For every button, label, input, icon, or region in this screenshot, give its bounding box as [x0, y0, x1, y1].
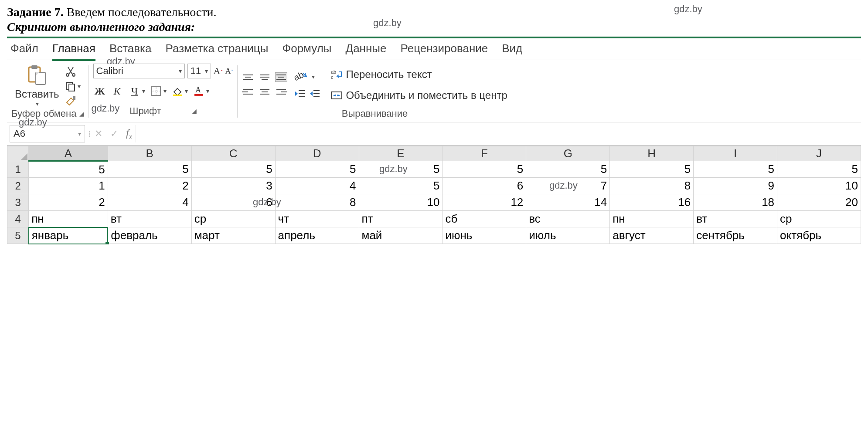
cell[interactable]: 18 — [694, 194, 777, 211]
cell[interactable]: 16 — [610, 194, 694, 211]
format-painter-icon[interactable] — [65, 95, 77, 107]
paste-button[interactable]: Вставить ▾ — [15, 64, 62, 107]
col-header[interactable]: A — [29, 146, 108, 161]
merge-center-button[interactable]: Объединить и поместить в центр — [331, 89, 507, 102]
cell[interactable]: июнь — [443, 227, 526, 244]
cell[interactable]: 20 — [777, 194, 861, 211]
cell[interactable]: 5 — [777, 161, 861, 178]
tab-layout[interactable]: Разметка страницы — [166, 40, 269, 57]
copy-icon[interactable] — [65, 80, 77, 92]
font-color-icon[interactable]: A — [192, 85, 205, 98]
cell-selected[interactable]: январь — [29, 227, 108, 244]
align-top-icon[interactable] — [242, 72, 254, 82]
col-header[interactable]: E — [359, 146, 443, 161]
tab-home[interactable]: Главная — [52, 40, 95, 57]
col-header[interactable]: G — [526, 146, 610, 161]
cell[interactable]: пн — [610, 211, 694, 227]
decrease-font-icon[interactable]: Aˇ — [225, 67, 233, 76]
tab-data[interactable]: Данные — [346, 40, 387, 57]
font-name-select[interactable]: Calibri ▾ — [93, 64, 185, 78]
tab-review[interactable]: Рецензирование — [400, 40, 488, 57]
cell[interactable]: вт — [108, 211, 191, 227]
col-header[interactable]: H — [610, 146, 694, 161]
cell[interactable]: 8 — [275, 194, 359, 211]
cell[interactable]: чт — [275, 211, 359, 227]
row-header[interactable]: 5 — [7, 227, 29, 244]
cell[interactable]: 1 — [29, 178, 108, 194]
chevron-down-icon[interactable]: ▾ — [78, 130, 81, 137]
tab-file[interactable]: Файл — [10, 40, 38, 57]
tab-insert[interactable]: Вставка gdz.by — [109, 40, 152, 57]
cell[interactable]: апрель — [275, 227, 359, 244]
cell[interactable]: май — [359, 227, 443, 244]
borders-icon[interactable] — [150, 85, 163, 98]
col-header[interactable]: B — [108, 146, 191, 161]
cell[interactable]: вт — [694, 211, 777, 227]
tab-view[interactable]: Вид — [502, 40, 522, 57]
dialog-launcher-icon[interactable]: ◢ — [192, 108, 197, 115]
chevron-down-icon[interactable]: ▾ — [312, 73, 315, 80]
cell[interactable]: 5 — [443, 161, 526, 178]
dialog-launcher-icon[interactable]: ◢ — [79, 110, 84, 117]
cell[interactable]: 6 — [443, 178, 526, 194]
chevron-down-icon[interactable]: ▾ — [206, 88, 209, 95]
align-left-icon[interactable] — [242, 87, 254, 97]
cell[interactable]: 14 — [526, 194, 610, 211]
cell[interactable]: пт — [359, 211, 443, 227]
increase-indent-icon[interactable] — [309, 89, 320, 98]
cell[interactable]: 5 — [694, 161, 777, 178]
cell[interactable]: 2 — [29, 194, 108, 211]
cell[interactable]: 5 — [29, 161, 108, 178]
cell[interactable]: 10 — [359, 194, 443, 211]
cell[interactable]: февраль — [108, 227, 191, 244]
row-header[interactable]: 4 — [7, 211, 29, 227]
align-center-icon[interactable] — [259, 87, 271, 97]
cell[interactable]: октябрь — [777, 227, 861, 244]
cell[interactable]: 12 — [443, 194, 526, 211]
cell[interactable]: август — [610, 227, 694, 244]
col-header[interactable]: I — [694, 146, 777, 161]
cell[interactable]: март — [191, 227, 275, 244]
cell[interactable]: 5 — [610, 161, 694, 178]
align-bottom-icon[interactable] — [275, 72, 287, 82]
align-middle-icon[interactable] — [259, 72, 271, 82]
increase-font-icon[interactable]: Aˆ — [214, 65, 223, 77]
font-size-select[interactable]: 11 ▾ — [187, 64, 211, 78]
col-header[interactable]: C — [191, 146, 275, 161]
cell[interactable]: вс — [526, 211, 610, 227]
cell[interactable]: ср — [777, 211, 861, 227]
fill-color-icon[interactable] — [171, 85, 184, 98]
chevron-down-icon[interactable]: ▾ — [179, 68, 182, 74]
italic-button[interactable]: К — [111, 85, 124, 98]
cell[interactable]: сб — [443, 211, 526, 227]
col-header[interactable]: D — [275, 146, 359, 161]
wrap-text-button[interactable]: abc Переносить текст — [331, 68, 507, 81]
cell[interactable]: 2 — [108, 178, 191, 194]
cell[interactable]: 5 — [275, 161, 359, 178]
chevron-down-icon[interactable]: ▾ — [205, 68, 208, 74]
cell[interactable]: 8 — [610, 178, 694, 194]
cell[interactable]: 4 — [108, 194, 191, 211]
tab-formulas[interactable]: Формулы — [282, 40, 331, 57]
cell[interactable]: 3 — [191, 178, 275, 194]
orientation-icon[interactable]: ab ▾ — [294, 71, 320, 83]
chevron-down-icon[interactable]: ▾ — [78, 83, 81, 90]
fx-icon[interactable]: fx — [126, 127, 132, 141]
chevron-down-icon[interactable]: ▾ — [36, 100, 39, 107]
chevron-down-icon[interactable]: ▾ — [142, 88, 145, 95]
col-header[interactable]: F — [443, 146, 526, 161]
decrease-indent-icon[interactable] — [294, 89, 306, 98]
col-header[interactable]: J — [777, 146, 861, 161]
row-header[interactable]: 2 — [7, 178, 29, 194]
bold-button[interactable]: Ж — [93, 85, 106, 98]
name-box[interactable]: gdz.by A6 ▾ — [10, 125, 85, 142]
align-right-icon[interactable] — [275, 87, 287, 97]
cell[interactable]: сентябрь — [694, 227, 777, 244]
cell[interactable]: 5 — [526, 161, 610, 178]
row-header[interactable]: 1 — [7, 161, 29, 178]
underline-button[interactable]: Ч — [128, 85, 141, 98]
chevron-down-icon[interactable]: ▾ — [185, 88, 188, 95]
cell[interactable]: 5 — [108, 161, 191, 178]
formula-input[interactable] — [136, 125, 861, 142]
enter-formula-icon[interactable]: ✓ — [110, 128, 118, 139]
